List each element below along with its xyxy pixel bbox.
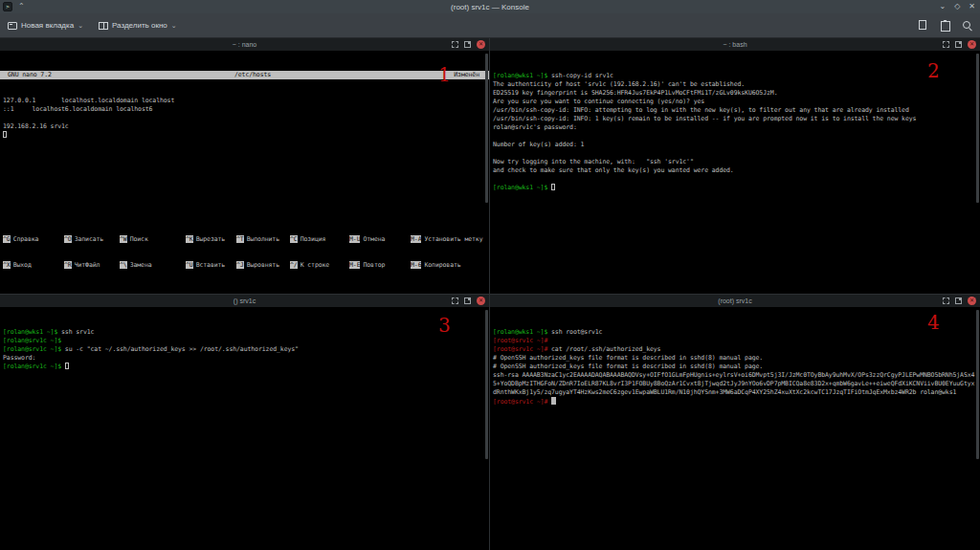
terminal-text: [rolan@wks1 ~]$ bbox=[493, 72, 547, 79]
keep-above-icon[interactable]: ⌃ bbox=[18, 0, 25, 13]
shortcut-key: M-A bbox=[411, 235, 421, 243]
pane-title: () srv1c bbox=[0, 295, 489, 307]
nano-filename: /etc/hosts bbox=[52, 71, 455, 79]
shortcut-label: Отмена bbox=[363, 235, 385, 243]
terminal-line: # OpenSSH authorized_keys file format is… bbox=[493, 354, 980, 363]
minimize-button[interactable]: ⌄ bbox=[939, 0, 946, 13]
chevron-down-icon[interactable]: ⌄ bbox=[78, 22, 83, 30]
pane-bash: ~ : bash ✕ [rolan@wks1 ~]$ ssh-copy-id s… bbox=[490, 38, 980, 294]
pane-title: ~ : nano bbox=[0, 38, 489, 51]
nano-shortcut: ^TВыполнить bbox=[236, 235, 290, 244]
close-pane-icon[interactable]: ✕ bbox=[968, 297, 976, 305]
maximize-button[interactable]: ◇ bbox=[954, 0, 960, 13]
terminal-line: ED25519 key fingerprint is SHA256:HFR4Ju… bbox=[493, 89, 980, 98]
terminal-line: /usr/bin/ssh-copy-id: INFO: 1 key(s) rem… bbox=[493, 115, 980, 123]
paste-icon[interactable] bbox=[940, 20, 950, 31]
window-titlebar[interactable]: > ⌃ (root) srv1c — Konsole ⌄ ◇ ✕ bbox=[0, 0, 980, 13]
nano-shortcut: ^RЧитФайл bbox=[64, 261, 120, 270]
pane-title-bar[interactable]: (root) srv1c ✕ bbox=[490, 295, 980, 307]
shortcut-key: ^J bbox=[236, 261, 244, 269]
detach-pane-icon[interactable] bbox=[464, 297, 471, 304]
detach-pane-icon[interactable] bbox=[464, 41, 471, 48]
terminal-text: Now try logging into the machine, with: … bbox=[493, 158, 694, 165]
pane-title: ~ : bash bbox=[490, 38, 980, 51]
close-pane-icon[interactable]: ✕ bbox=[477, 297, 485, 305]
nano-shortcut: ^\Замена bbox=[120, 261, 186, 270]
split-window-button[interactable]: Разделить окно ⌄ bbox=[99, 21, 177, 30]
shortcut-label: Выровнять bbox=[247, 261, 279, 269]
terminal-line: dRnthWKxBj1y5/zq7ugyaYT4HzKws2meC6zgev1E… bbox=[493, 388, 980, 397]
annotation-3: 3 bbox=[438, 316, 451, 335]
terminal-line: # OpenSSH authorized_keys file format is… bbox=[493, 363, 980, 371]
terminal-line: Are you sure you want to continue connec… bbox=[493, 98, 980, 106]
nano-shortcut: ^KВырезать bbox=[186, 235, 236, 244]
terminal-output: [rolan@wks1 ~]$ ssh-copy-id srv1cThe aut… bbox=[490, 68, 980, 192]
copy-icon[interactable] bbox=[918, 20, 928, 31]
terminal-text: Are you sure you want to continue connec… bbox=[493, 98, 704, 105]
close-pane-icon[interactable]: ✕ bbox=[968, 40, 976, 49]
nano-shortcut: ^CПозиция bbox=[290, 235, 349, 244]
shortcut-label: Поиск bbox=[130, 235, 148, 243]
terminal-cursor bbox=[65, 363, 69, 369]
scrollbar[interactable] bbox=[975, 52, 980, 293]
maximize-pane-icon[interactable] bbox=[943, 41, 949, 48]
close-button[interactable]: ✕ bbox=[969, 0, 975, 13]
terminal-text: [root@srv1c ~]# bbox=[493, 398, 547, 406]
terminal-line: [root@srv1c ~]# cat /root/.ssh/authorize… bbox=[493, 345, 980, 354]
terminal-cursor bbox=[551, 397, 556, 405]
shortcut-label: ЧитФайл bbox=[75, 261, 100, 269]
pane-ssh-user: () srv1c ✕ [rolan@wks1 ~]$ ssh srv1c[rol… bbox=[0, 295, 489, 550]
new-tab-button[interactable]: Новая вкладка ⌄ bbox=[8, 21, 83, 30]
maximize-pane-icon[interactable] bbox=[452, 297, 458, 304]
terminal-output: [rolan@wks1 ~]$ ssh root@srv1c[root@srv1… bbox=[490, 324, 980, 406]
terminal-line: [rolan@wks1 ~]$ ssh srv1c bbox=[3, 328, 489, 337]
shortcut-label: Замена bbox=[130, 261, 152, 269]
terminal-line: Now try logging into the machine, with: … bbox=[493, 158, 980, 166]
terminal-ssh-user-body[interactable]: [rolan@wks1 ~]$ ssh srv1c[rolan@srv1c ~]… bbox=[0, 307, 489, 550]
shortcut-key: M-U bbox=[349, 235, 360, 243]
maximize-pane-icon[interactable] bbox=[452, 41, 458, 48]
terminal-text: ssh-copy-id srv1c bbox=[547, 72, 613, 79]
terminal-text: cat /root/.ssh/authorized_keys bbox=[547, 345, 660, 353]
nano-shortcut: M-AУстановить метку bbox=[411, 235, 487, 244]
terminal-cursor bbox=[551, 184, 555, 190]
terminal-text: # OpenSSH authorized_keys file format is… bbox=[493, 363, 763, 370]
close-pane-icon[interactable]: ✕ bbox=[477, 40, 485, 49]
search-icon[interactable] bbox=[962, 20, 972, 31]
scrollbar[interactable] bbox=[975, 308, 980, 549]
annotation-2: 2 bbox=[927, 61, 940, 80]
terminal-text: ssh-rsa AAAAB3NzaC1yc2EAAAADAQABAAABAQDV… bbox=[493, 371, 974, 379]
terminal-text: 192.168.2.16 srv1c bbox=[3, 122, 69, 130]
terminal-text: su -c "cat ~/.ssh/authorized_keys >> /ro… bbox=[61, 345, 299, 353]
shortcut-label: К строке bbox=[301, 261, 330, 269]
pane-title: (root) srv1c bbox=[490, 295, 980, 307]
split-window-icon bbox=[99, 22, 108, 30]
terminal-text: and check to make sure that only the key… bbox=[493, 166, 734, 174]
pane-title-bar[interactable]: ~ : nano ✕ bbox=[0, 38, 489, 51]
nano-shortcut-bar: ^GСправка^OЗаписать^WПоиск^KВырезать^TВы… bbox=[3, 218, 487, 287]
scrollbar[interactable] bbox=[484, 52, 489, 293]
terminal-line bbox=[493, 132, 980, 141]
detach-pane-icon[interactable] bbox=[955, 297, 962, 304]
shortcut-key: ^W bbox=[120, 235, 127, 243]
terminal-ssh-root-body[interactable]: [rolan@wks1 ~]$ ssh root@srv1c[root@srv1… bbox=[490, 307, 980, 550]
annotation-4: 4 bbox=[927, 313, 940, 332]
terminal-bash-body[interactable]: [rolan@wks1 ~]$ ssh-copy-id srv1cThe aut… bbox=[490, 51, 980, 294]
shortcut-key: ^/ bbox=[290, 261, 298, 269]
shortcut-key: ^K bbox=[186, 235, 193, 243]
pane-title-bar[interactable]: ~ : bash ✕ bbox=[490, 38, 980, 51]
terminal-text: [rolan@srv1c ~]$ bbox=[3, 345, 61, 353]
terminal-line: [root@srv1c ~]# bbox=[493, 337, 980, 345]
terminal-nano-body[interactable]: GNU nano 7.2 /etc/hosts Изменён 127.0.0.… bbox=[0, 51, 489, 294]
scrollbar[interactable] bbox=[484, 308, 489, 549]
pane-title-bar[interactable]: () srv1c ✕ bbox=[0, 295, 489, 307]
detach-pane-icon[interactable] bbox=[955, 41, 962, 48]
shortcut-key: ^X bbox=[3, 261, 11, 269]
shortcut-key: M-E bbox=[349, 261, 360, 269]
chevron-down-icon[interactable]: ⌄ bbox=[171, 22, 177, 30]
shortcut-label: Вставить bbox=[196, 261, 226, 269]
terminal-text: rolan@srv1c's password: bbox=[493, 123, 581, 131]
terminal-line: ssh-rsa AAAAB3NzaC1yc2EAAAADAQABAAABAQDV… bbox=[493, 371, 980, 380]
maximize-pane-icon[interactable] bbox=[943, 297, 949, 304]
terminal-line: ::1 localhost6.localdomain localhost6 bbox=[3, 105, 489, 114]
